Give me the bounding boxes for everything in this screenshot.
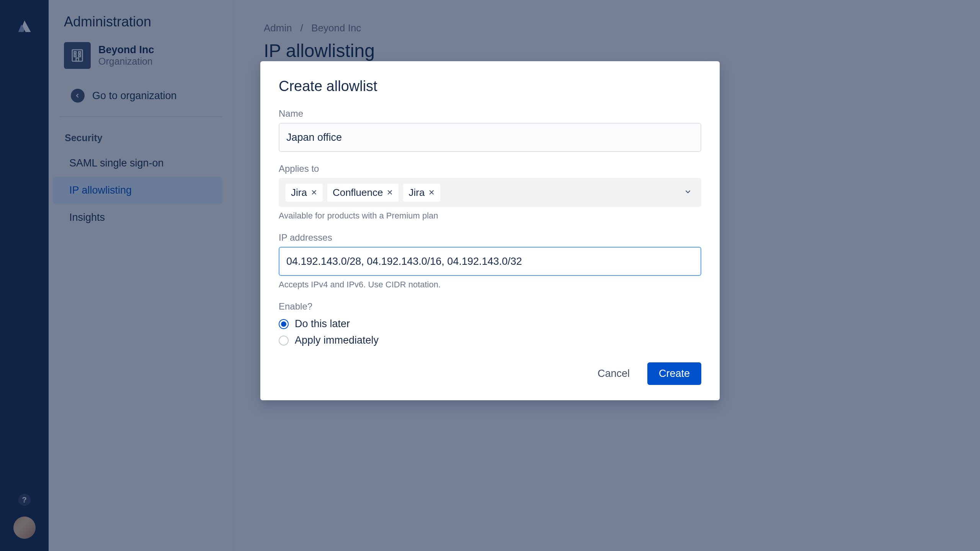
close-icon[interactable]: ✕ <box>387 188 393 197</box>
ip-help: Accepts IPv4 and IPv6. Use CIDR notation… <box>279 280 701 290</box>
radio-apply-immediately[interactable]: Apply immediately <box>279 332 701 349</box>
modal-overlay[interactable]: Create allowlist Name Applies to Jira ✕ … <box>0 0 980 551</box>
name-input[interactable] <box>279 123 701 152</box>
applies-help: Available for products with a Premium pl… <box>279 211 701 221</box>
radio-label: Apply immediately <box>295 334 379 346</box>
cancel-button[interactable]: Cancel <box>586 362 641 385</box>
close-icon[interactable]: ✕ <box>428 188 435 197</box>
radio-label: Do this later <box>295 318 350 330</box>
create-button[interactable]: Create <box>647 362 701 385</box>
ip-addresses-input[interactable] <box>279 247 701 276</box>
modal-title: Create allowlist <box>279 78 701 95</box>
radio-do-this-later[interactable]: Do this later <box>279 316 701 332</box>
close-icon[interactable]: ✕ <box>311 188 317 197</box>
radio-icon <box>279 319 289 329</box>
create-allowlist-modal: Create allowlist Name Applies to Jira ✕ … <box>260 61 720 400</box>
applies-to-label: Applies to <box>279 163 701 174</box>
chevron-down-icon[interactable] <box>684 187 692 197</box>
applies-tag: Jira ✕ <box>403 184 440 202</box>
applies-tag: Confluence ✕ <box>327 184 399 202</box>
radio-icon <box>279 336 289 346</box>
applies-to-select[interactable]: Jira ✕ Confluence ✕ Jira ✕ <box>279 178 701 207</box>
ip-label: IP addresses <box>279 232 701 243</box>
enable-label: Enable? <box>279 301 701 312</box>
name-label: Name <box>279 108 701 119</box>
applies-tag: Jira ✕ <box>286 184 323 202</box>
